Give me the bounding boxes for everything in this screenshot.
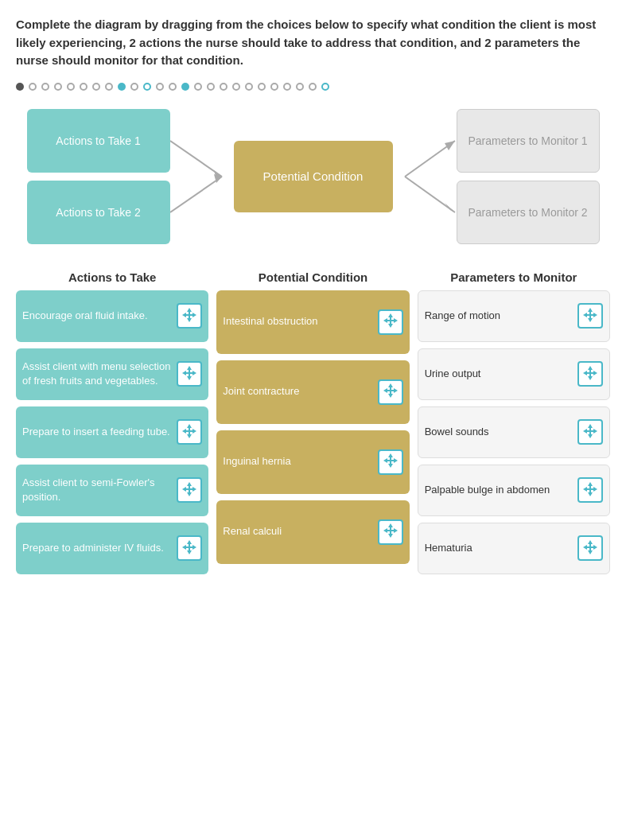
- drag-icon-action-1[interactable]: [177, 303, 202, 329]
- svg-rect-55: [387, 460, 394, 461]
- dot-17: [220, 83, 227, 91]
- action-item-5[interactable]: Prepare to administer IV fluids.: [16, 523, 208, 574]
- svg-marker-5: [445, 141, 455, 150]
- param-item-4[interactable]: Palpable bulge in abdomen: [418, 465, 610, 516]
- svg-marker-58: [383, 528, 387, 533]
- parameters-column: Parameters to Monitor Range of motion Ur…: [418, 270, 610, 581]
- param-item-1[interactable]: Range of motion: [418, 290, 610, 342]
- param-text-4: Palpable bulge in abdomen: [425, 483, 577, 497]
- drag-icon-condition-3[interactable]: [378, 449, 403, 475]
- svg-rect-73: [587, 372, 593, 374]
- diagram: Actions to Take 1 Actions to Take 2 Pote…: [16, 105, 610, 248]
- action-text-4: Assist client to semi-Fowler's position.: [22, 476, 177, 504]
- svg-marker-40: [383, 318, 387, 323]
- move-icon-5: [181, 539, 197, 558]
- param-item-2[interactable]: Urine output: [418, 348, 610, 400]
- dot-21: [270, 83, 278, 91]
- svg-line-2: [170, 177, 222, 212]
- svg-marker-41: [394, 318, 398, 323]
- svg-marker-44: [388, 383, 393, 387]
- svg-marker-86: [588, 540, 593, 544]
- param-item-3[interactable]: Bowel sounds: [418, 406, 610, 458]
- drag-icon-action-3[interactable]: [177, 419, 202, 445]
- drag-icon-param-2[interactable]: [577, 361, 603, 387]
- svg-rect-13: [186, 314, 192, 316]
- move-icon-c3: [383, 453, 399, 471]
- dot-5: [67, 83, 75, 91]
- action-item-2[interactable]: Assist client with menu selection of fre…: [16, 348, 208, 400]
- diagram-param2-box: Parameters to Monitor 2: [457, 181, 600, 244]
- dot-13: [169, 83, 177, 91]
- dot-12: [156, 83, 164, 91]
- svg-rect-85: [587, 488, 593, 490]
- svg-marker-21: [187, 434, 192, 438]
- svg-rect-31: [186, 488, 192, 490]
- svg-marker-65: [593, 313, 597, 317]
- dot-3: [41, 83, 49, 91]
- condition-item-3[interactable]: Inguinal hernia: [216, 430, 409, 494]
- action-item-4[interactable]: Assist client to semi-Fowler's position.: [16, 465, 208, 516]
- svg-marker-56: [388, 523, 393, 527]
- svg-marker-63: [588, 318, 593, 322]
- drag-icon-param-1[interactable]: [577, 303, 603, 329]
- svg-marker-39: [388, 324, 393, 328]
- dot-20: [258, 83, 266, 91]
- svg-rect-49: [387, 390, 394, 391]
- move-icon-c4: [383, 523, 399, 541]
- svg-marker-77: [593, 429, 597, 434]
- move-icon-1: [181, 307, 197, 325]
- dot-8: [105, 83, 113, 91]
- svg-marker-59: [394, 528, 398, 533]
- condition-item-2[interactable]: Joint contracture: [216, 360, 409, 424]
- svg-marker-10: [182, 313, 186, 317]
- drag-icon-condition-1[interactable]: [378, 309, 403, 335]
- instructions-text: Complete the diagram by dragging from th…: [16, 16, 610, 70]
- dot-19: [245, 83, 253, 91]
- drag-icon-param-4[interactable]: [577, 477, 603, 503]
- drag-icon-action-5[interactable]: [177, 535, 202, 561]
- left-arrows: [170, 105, 234, 248]
- move-icon-p5: [582, 539, 598, 558]
- drag-icon-condition-4[interactable]: [378, 519, 403, 545]
- move-icon-p4: [582, 481, 598, 500]
- condition-text-2: Joint contracture: [223, 384, 377, 399]
- dot-10: [130, 83, 138, 91]
- move-icon-2: [181, 365, 197, 383]
- dot-23: [296, 83, 304, 91]
- svg-marker-7: [445, 203, 455, 212]
- move-icon-c2: [383, 383, 399, 401]
- action-item-1[interactable]: Encourage oral fluid intake.: [16, 290, 208, 342]
- svg-rect-61: [387, 530, 394, 531]
- drag-icon-param-5[interactable]: [577, 535, 603, 561]
- svg-rect-37: [186, 546, 192, 548]
- svg-marker-16: [182, 371, 186, 375]
- svg-marker-28: [182, 487, 186, 492]
- svg-marker-33: [187, 550, 192, 554]
- param-item-5[interactable]: Hematuria: [418, 523, 610, 574]
- action-text-3: Prepare to insert a feeding tube.: [22, 425, 177, 439]
- condition-item-1[interactable]: Intestinal obstruction: [216, 290, 409, 354]
- svg-marker-62: [588, 308, 593, 312]
- drag-icon-action-2[interactable]: [177, 361, 202, 387]
- drag-icon-action-4[interactable]: [177, 477, 202, 503]
- diagram-action1-label: Actions to Take 1: [56, 134, 140, 147]
- dot-4: [54, 83, 62, 91]
- svg-marker-45: [388, 394, 393, 398]
- choices-section: Actions to Take Encourage oral fluid int…: [16, 270, 610, 581]
- svg-marker-32: [187, 540, 192, 544]
- svg-marker-23: [192, 429, 196, 434]
- move-icon-p3: [582, 423, 598, 441]
- condition-text-3: Inguinal hernia: [223, 454, 377, 469]
- svg-marker-50: [388, 453, 393, 457]
- dot-1: [16, 83, 24, 91]
- move-icon-3: [181, 423, 197, 441]
- drag-icon-param-3[interactable]: [577, 419, 603, 445]
- svg-marker-53: [394, 458, 398, 463]
- diagram-param1-label: Parameters to Monitor 1: [468, 134, 587, 147]
- condition-item-4[interactable]: Renal calculi: [216, 500, 409, 564]
- svg-marker-47: [394, 388, 398, 393]
- conditions-column: Potential Condition Intestinal obstructi…: [216, 270, 409, 581]
- action-item-3[interactable]: Prepare to insert a feeding tube.: [16, 406, 208, 458]
- svg-marker-71: [593, 371, 597, 375]
- drag-icon-condition-2[interactable]: [378, 379, 403, 405]
